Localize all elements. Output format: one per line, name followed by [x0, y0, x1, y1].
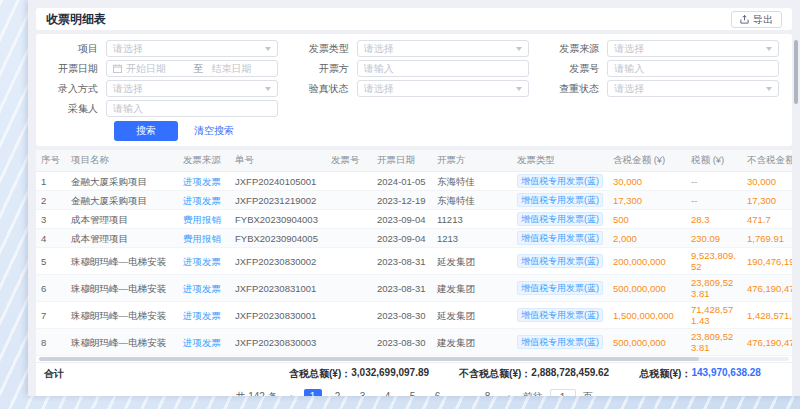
filter-invoice-no-label: 发票号	[537, 62, 607, 76]
verify-status-select[interactable]: 请选择	[357, 80, 529, 97]
filter-invoice-source: 发票来源 请选择	[537, 40, 788, 57]
source-link[interactable]: 进项发票	[183, 195, 221, 206]
invoice-type-badge: 增值税专用发票(蓝)	[517, 335, 603, 349]
page-button-6[interactable]: 6	[429, 389, 447, 396]
source-link[interactable]: 进项发票	[183, 337, 221, 348]
page-button-8[interactable]: 8	[479, 389, 497, 396]
cell-date: 2023-12-19	[372, 191, 432, 210]
invoice-type-badge: 增值税专用发票(蓝)	[517, 281, 603, 295]
cell-issuer: 1213	[432, 229, 512, 248]
cell-issuer: 建发集团	[432, 275, 512, 302]
horizontal-scrollbar[interactable]	[39, 357, 789, 361]
goto-page-input[interactable]	[550, 389, 576, 396]
filter-invoice-type: 发票类型 请选择	[287, 40, 538, 57]
invoice-source-select[interactable]: 请选择	[607, 40, 779, 57]
source-link[interactable]: 进项发票	[183, 256, 221, 267]
cell-issuer: 东海特佳	[432, 191, 512, 210]
cell-no: 3	[36, 210, 66, 229]
table-row: 4 成本管理项目 费用报销 FYBX20230904005 2023-09-04…	[36, 229, 792, 248]
filter-invoice-source-label: 发票来源	[537, 42, 607, 56]
goto-label: 前往	[523, 390, 543, 396]
export-button[interactable]: 导出	[731, 11, 782, 28]
filter-duplicate-status-label: 查重状态	[537, 82, 607, 96]
date-start-placeholder: 开始日期	[126, 62, 186, 76]
col-amount-ex: 不含税金额 (¥)	[742, 150, 792, 172]
cell-amount: 1,500,000,000	[608, 302, 686, 329]
invoice-no-input[interactable]: 请输入	[607, 60, 779, 77]
invoice-detail-window: 收票明细表 导出 项目 请选择 发票类型 请选择	[28, 0, 800, 396]
cell-project: 金融大厦采购项目	[66, 191, 178, 210]
source-link[interactable]: 进项发票	[183, 283, 221, 294]
cell-issuer: 建发集团	[432, 329, 512, 356]
next-page-button[interactable]: ›	[504, 389, 516, 396]
table-row: 5 珠穆朗玛峰—电梯安装 进项发票 JXFP20230830002 2023-0…	[36, 248, 792, 275]
cell-date: 2023-08-30	[372, 329, 432, 356]
summary-tax-value: 143,970,638.28	[691, 367, 761, 381]
cell-no: 4	[36, 229, 66, 248]
filter-invoice-type-label: 发票类型	[287, 42, 357, 56]
col-amount: 含税金额 (¥)	[608, 150, 686, 172]
duplicate-status-select[interactable]: 请选择	[607, 80, 779, 97]
cell-amount-ex: 17,300	[742, 191, 792, 210]
pagination-total: 共 142 条	[235, 390, 277, 396]
invoice-table-card: 序号 项目名称 发票来源 单号 发票号 开票日期 开票方 发票类型 含税金额 (…	[36, 150, 792, 396]
issuer-input-placeholder: 请输入	[364, 62, 522, 76]
cell-date: 2023-08-30	[372, 302, 432, 329]
page-button-5[interactable]: 5	[404, 389, 422, 396]
collector-input-placeholder: 请输入	[113, 102, 271, 116]
filter-issuer-label: 开票方	[287, 62, 357, 76]
entry-method-select[interactable]: 请选择	[106, 80, 278, 97]
cell-invoice-no	[326, 248, 372, 275]
filter-actions: 搜索 清空搜索	[36, 121, 788, 141]
source-link[interactable]: 进项发票	[183, 176, 221, 187]
cell-amount: 500	[608, 210, 686, 229]
horizontal-scrollbar-thumb[interactable]	[39, 357, 699, 361]
clear-search-button[interactable]: 清空搜索	[194, 124, 234, 138]
issuer-input[interactable]: 请输入	[357, 60, 529, 77]
cell-source: 进项发票	[178, 248, 230, 275]
summary-excl-tax: 不含税总额(¥)： 2,888,728,459.62	[459, 367, 609, 381]
invoice-type-badge: 增值税专用发票(蓝)	[517, 231, 603, 245]
invoice-source-select-value: 请选择	[614, 42, 766, 56]
page-button-1[interactable]: 1	[304, 389, 322, 396]
invoice-type-badge: 增值税专用发票(蓝)	[517, 212, 603, 226]
cell-issuer: 延发集团	[432, 248, 512, 275]
table-row: 2 金融大厦采购项目 进项发票 JXFP20231219002 2023-12-…	[36, 191, 792, 210]
filter-row-4: 采集人 请输入	[36, 100, 788, 117]
cell-date: 2023-08-31	[372, 275, 432, 302]
filter-row-1: 项目 请选择 发票类型 请选择 发票来源 请选择	[36, 40, 788, 57]
col-project: 项目名称	[66, 150, 178, 172]
source-link[interactable]: 进项发票	[183, 310, 221, 321]
search-button[interactable]: 搜索	[114, 121, 178, 141]
cell-type: 增值税专用发票(蓝)	[512, 248, 608, 275]
prev-page-button[interactable]: ‹	[285, 389, 297, 396]
cell-source: 进项发票	[178, 172, 230, 191]
page-button-4[interactable]: 4	[379, 389, 397, 396]
cell-tax: 23,809,523.81	[686, 275, 742, 302]
verify-status-select-value: 请选择	[364, 82, 516, 96]
collector-input[interactable]: 请输入	[106, 100, 278, 117]
cell-invoice-no	[326, 172, 372, 191]
cell-tax: 28.3	[686, 210, 742, 229]
cell-amount-ex: 1,769.91	[742, 229, 792, 248]
table-row: 3 成本管理项目 费用报销 FYBX20230904003 2023-09-04…	[36, 210, 792, 229]
project-select[interactable]: 请选择	[106, 40, 278, 57]
page-ellipsis[interactable]: ...	[454, 389, 472, 396]
filter-duplicate-status: 查重状态 请选择	[537, 80, 788, 97]
source-link[interactable]: 费用报销	[183, 214, 221, 225]
cell-tax: 71,428,571.43	[686, 302, 742, 329]
invoice-type-select[interactable]: 请选择	[357, 40, 529, 57]
cell-project: 珠穆朗玛峰—电梯安装	[66, 275, 178, 302]
chevron-down-icon	[766, 47, 772, 51]
summary-tax-label: 总税额(¥)：	[639, 367, 691, 381]
source-link[interactable]: 费用报销	[183, 233, 221, 244]
page-title: 收票明细表	[46, 11, 106, 28]
filter-issuer: 开票方 请输入	[287, 60, 538, 77]
cell-date: 2024-01-05	[372, 172, 432, 191]
page-button-2[interactable]: 2	[329, 389, 347, 396]
invoice-date-range-picker[interactable]: 开始日期 至 结束日期	[106, 60, 278, 77]
vertical-scrollbar[interactable]	[794, 40, 798, 104]
page-button-3[interactable]: 3	[354, 389, 372, 396]
cell-type: 增值税专用发票(蓝)	[512, 275, 608, 302]
col-issuer: 开票方	[432, 150, 512, 172]
